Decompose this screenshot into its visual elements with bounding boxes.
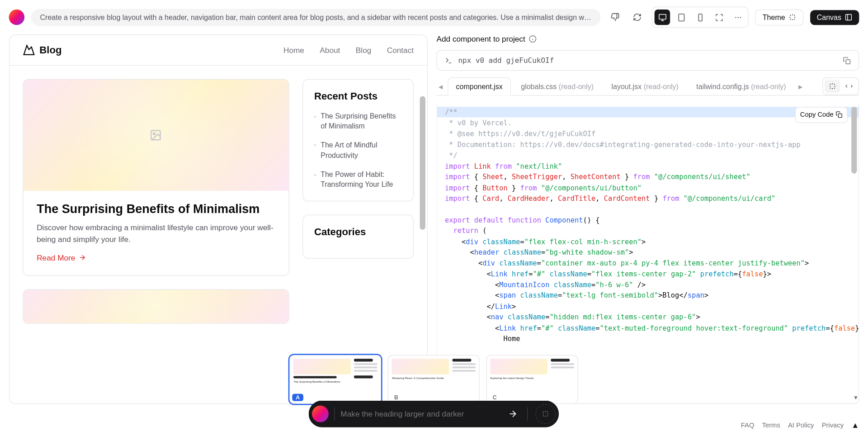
top-bar: Create a responsive blog layout with a h… xyxy=(0,0,868,34)
chat-input[interactable] xyxy=(340,409,498,418)
tab-component[interactable]: component.jsx xyxy=(448,77,511,96)
variant-badge: A xyxy=(292,394,303,401)
brand-text: Blog xyxy=(39,44,61,56)
categories-card: Categories xyxy=(302,215,414,259)
theme-label: Theme xyxy=(763,13,785,21)
footer-ai-policy[interactable]: AI Policy xyxy=(788,421,814,429)
scroll-down-icon[interactable]: ▼ xyxy=(854,393,857,402)
code-scrollbar[interactable] xyxy=(850,102,858,403)
theme-button[interactable]: Theme xyxy=(755,9,803,25)
post-image-placeholder xyxy=(24,80,289,191)
variant-b[interactable]: Mastering React: A Comprehensive Guide B xyxy=(388,355,480,403)
post-excerpt: Discover how embracing a minimalist life… xyxy=(37,222,275,246)
prompt-display[interactable]: Create a responsive blog layout with a h… xyxy=(31,9,601,26)
nav-home[interactable]: Home xyxy=(283,46,304,55)
svg-rect-11 xyxy=(838,114,842,118)
file-tabs: ◀ component.jsx globals.css (read-only) … xyxy=(437,77,859,96)
tab-scroll-right-icon[interactable]: ▶ xyxy=(796,83,805,90)
arrow-right-icon xyxy=(79,254,86,261)
svg-rect-2 xyxy=(698,14,702,20)
refresh-icon[interactable] xyxy=(630,9,645,25)
variant-c[interactable]: Exploring the Latest Design Trends C xyxy=(486,355,578,403)
preview-scrollbar[interactable] xyxy=(419,96,426,398)
copy-code-button[interactable]: Copy Code xyxy=(795,107,848,123)
nav-blog[interactable]: Blog xyxy=(356,46,371,55)
variant-badge: C xyxy=(489,394,500,401)
code-view-icon[interactable] xyxy=(841,80,857,93)
desktop-icon[interactable] xyxy=(655,9,670,25)
tab-scroll-left-icon[interactable]: ◀ xyxy=(437,83,446,90)
read-more-link[interactable]: Read More xyxy=(37,253,275,262)
svg-point-4 xyxy=(738,17,739,18)
svg-rect-10 xyxy=(846,59,850,63)
footer-terms[interactable]: Terms xyxy=(762,421,780,429)
npx-command: npx v0 add gjeFuCukOIf xyxy=(458,56,837,64)
fullscreen-icon[interactable] xyxy=(712,9,727,25)
svg-rect-1 xyxy=(679,14,684,20)
post-card: The Surprising Benefits of Minimalism Di… xyxy=(23,79,289,276)
chat-bar xyxy=(309,400,559,427)
read-more-label: Read More xyxy=(37,253,75,262)
thumbs-down-icon[interactable] xyxy=(608,9,623,25)
post-title: The Surprising Benefits of Minimalism xyxy=(37,202,275,216)
code-content: /** * v0 by Vercel. * @see https://v0.de… xyxy=(437,102,859,348)
submit-icon[interactable] xyxy=(504,405,522,422)
preview-logo[interactable]: Blog xyxy=(23,44,61,56)
footer-privacy[interactable]: Privacy xyxy=(822,421,844,429)
vercel-logo-icon[interactable]: ▲ xyxy=(851,421,859,430)
tab-tailwind[interactable]: tailwind.config.js (read-only) xyxy=(689,78,794,95)
svg-rect-0 xyxy=(659,14,666,19)
recent-post-link[interactable]: The Surprising Benefits of Minimalism xyxy=(314,111,402,132)
npx-command-box: npx v0 add gjeFuCukOIf xyxy=(437,50,859,71)
canvas-icon xyxy=(844,14,852,21)
variant-a[interactable]: The Surprising Benefits of Minimalism A xyxy=(290,355,382,403)
sparkle-icon xyxy=(788,14,796,21)
terminal-icon xyxy=(445,57,453,64)
copy-icon[interactable] xyxy=(843,57,851,64)
preview-nav: Home About Blog Contact xyxy=(283,46,414,55)
nav-contact[interactable]: Contact xyxy=(387,46,414,55)
svg-point-5 xyxy=(740,17,741,18)
preview-sidebar: Recent Posts The Surprising Benefits of … xyxy=(302,79,414,390)
variant-thumbnails: The Surprising Benefits of Minimalism A … xyxy=(290,355,578,403)
svg-point-3 xyxy=(735,17,736,18)
recent-posts-card: Recent Posts The Surprising Benefits of … xyxy=(302,79,414,202)
tab-layout[interactable]: layout.jsx (read-only) xyxy=(604,78,686,95)
variant-badge: B xyxy=(391,394,402,401)
nav-about[interactable]: About xyxy=(320,46,340,55)
recent-post-link[interactable]: The Art of Mindful Productivity xyxy=(314,140,402,161)
tablet-icon[interactable] xyxy=(674,9,689,25)
categories-title: Categories xyxy=(314,227,402,238)
svg-rect-6 xyxy=(845,14,851,20)
chat-avatar[interactable] xyxy=(312,405,329,422)
info-icon[interactable] xyxy=(528,35,536,43)
post-image-placeholder xyxy=(24,290,289,323)
more-icon[interactable] xyxy=(731,9,746,25)
post-card xyxy=(23,289,289,324)
mountain-icon xyxy=(23,44,35,56)
preview-header: Blog Home About Blog Contact xyxy=(9,35,427,66)
footer-links: FAQ Terms AI Policy Privacy ▲ xyxy=(741,421,859,430)
mobile-icon[interactable] xyxy=(693,9,708,25)
copy-icon xyxy=(836,111,843,118)
recent-posts-title: Recent Posts xyxy=(314,90,402,102)
sparkle-view-icon[interactable] xyxy=(825,80,840,93)
tab-globals[interactable]: globals.css (read-only) xyxy=(513,78,601,95)
code-panel: Add component to project npx v0 add gjeF… xyxy=(437,34,859,403)
posts-column: The Surprising Benefits of Minimalism Di… xyxy=(23,79,289,390)
enhance-icon[interactable] xyxy=(536,404,556,424)
preview-panel: Blog Home About Blog Contact The Surpris… xyxy=(9,34,428,403)
viewport-toggle xyxy=(652,7,749,28)
canvas-button[interactable]: Canvas xyxy=(810,10,859,25)
footer-faq[interactable]: FAQ xyxy=(741,421,755,429)
add-component-label: Add component to project xyxy=(437,34,859,43)
user-avatar[interactable] xyxy=(9,9,24,25)
canvas-label: Canvas xyxy=(817,13,841,21)
recent-post-link[interactable]: The Power of Habit: Transforming Your Li… xyxy=(314,170,402,190)
code-view-toggle xyxy=(822,77,859,95)
